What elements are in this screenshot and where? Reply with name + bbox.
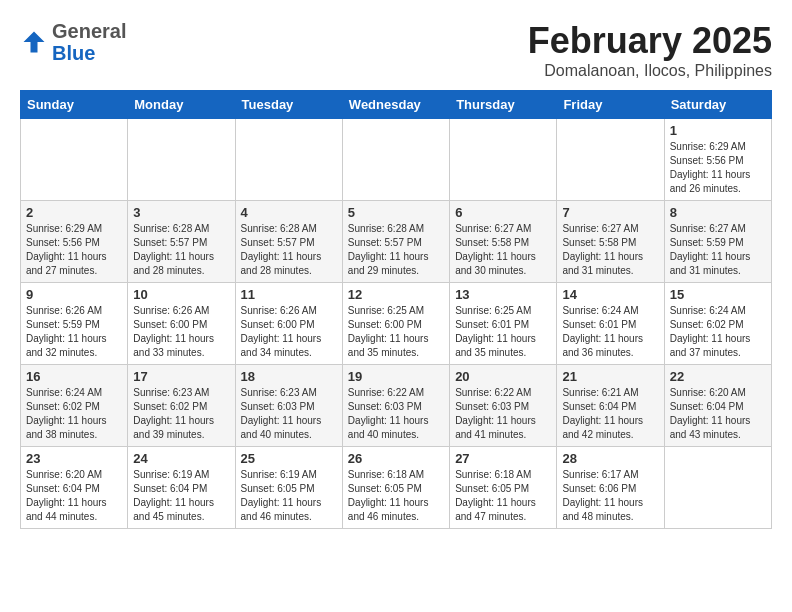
day-info: Sunrise: 6:27 AM Sunset: 5:59 PM Dayligh…: [670, 222, 766, 278]
calendar-cell: 27Sunrise: 6:18 AM Sunset: 6:05 PM Dayli…: [450, 447, 557, 529]
day-number: 4: [241, 205, 337, 220]
day-number: 27: [455, 451, 551, 466]
subtitle: Domalanoan, Ilocos, Philippines: [528, 62, 772, 80]
calendar-cell: 17Sunrise: 6:23 AM Sunset: 6:02 PM Dayli…: [128, 365, 235, 447]
calendar-cell: [664, 447, 771, 529]
day-number: 5: [348, 205, 444, 220]
day-number: 21: [562, 369, 658, 384]
day-info: Sunrise: 6:29 AM Sunset: 5:56 PM Dayligh…: [670, 140, 766, 196]
calendar-cell: [128, 119, 235, 201]
day-number: 11: [241, 287, 337, 302]
day-number: 28: [562, 451, 658, 466]
calendar-week-row: 23Sunrise: 6:20 AM Sunset: 6:04 PM Dayli…: [21, 447, 772, 529]
calendar-cell: 16Sunrise: 6:24 AM Sunset: 6:02 PM Dayli…: [21, 365, 128, 447]
day-info: Sunrise: 6:20 AM Sunset: 6:04 PM Dayligh…: [26, 468, 122, 524]
day-info: Sunrise: 6:23 AM Sunset: 6:03 PM Dayligh…: [241, 386, 337, 442]
day-info: Sunrise: 6:29 AM Sunset: 5:56 PM Dayligh…: [26, 222, 122, 278]
day-info: Sunrise: 6:28 AM Sunset: 5:57 PM Dayligh…: [133, 222, 229, 278]
calendar-cell: 10Sunrise: 6:26 AM Sunset: 6:00 PM Dayli…: [128, 283, 235, 365]
calendar-cell: 9Sunrise: 6:26 AM Sunset: 5:59 PM Daylig…: [21, 283, 128, 365]
header: General Blue February 2025 Domalanoan, I…: [20, 20, 772, 80]
calendar-cell: 20Sunrise: 6:22 AM Sunset: 6:03 PM Dayli…: [450, 365, 557, 447]
calendar-cell: 28Sunrise: 6:17 AM Sunset: 6:06 PM Dayli…: [557, 447, 664, 529]
day-info: Sunrise: 6:27 AM Sunset: 5:58 PM Dayligh…: [455, 222, 551, 278]
day-number: 19: [348, 369, 444, 384]
day-number: 8: [670, 205, 766, 220]
calendar-cell: 15Sunrise: 6:24 AM Sunset: 6:02 PM Dayli…: [664, 283, 771, 365]
weekday-header: Saturday: [664, 91, 771, 119]
calendar-cell: [557, 119, 664, 201]
day-number: 2: [26, 205, 122, 220]
calendar-cell: 18Sunrise: 6:23 AM Sunset: 6:03 PM Dayli…: [235, 365, 342, 447]
day-info: Sunrise: 6:26 AM Sunset: 6:00 PM Dayligh…: [133, 304, 229, 360]
day-info: Sunrise: 6:18 AM Sunset: 6:05 PM Dayligh…: [348, 468, 444, 524]
logo-blue-text: Blue: [52, 42, 95, 64]
day-info: Sunrise: 6:26 AM Sunset: 6:00 PM Dayligh…: [241, 304, 337, 360]
day-info: Sunrise: 6:20 AM Sunset: 6:04 PM Dayligh…: [670, 386, 766, 442]
weekday-header-row: SundayMondayTuesdayWednesdayThursdayFrid…: [21, 91, 772, 119]
calendar-cell: 23Sunrise: 6:20 AM Sunset: 6:04 PM Dayli…: [21, 447, 128, 529]
day-number: 7: [562, 205, 658, 220]
calendar-cell: 21Sunrise: 6:21 AM Sunset: 6:04 PM Dayli…: [557, 365, 664, 447]
calendar-cell: 11Sunrise: 6:26 AM Sunset: 6:00 PM Dayli…: [235, 283, 342, 365]
logo-general-text: General: [52, 20, 126, 42]
day-number: 17: [133, 369, 229, 384]
weekday-header: Wednesday: [342, 91, 449, 119]
calendar-week-row: 16Sunrise: 6:24 AM Sunset: 6:02 PM Dayli…: [21, 365, 772, 447]
calendar-cell: 7Sunrise: 6:27 AM Sunset: 5:58 PM Daylig…: [557, 201, 664, 283]
day-number: 16: [26, 369, 122, 384]
weekday-header: Monday: [128, 91, 235, 119]
day-info: Sunrise: 6:27 AM Sunset: 5:58 PM Dayligh…: [562, 222, 658, 278]
day-info: Sunrise: 6:21 AM Sunset: 6:04 PM Dayligh…: [562, 386, 658, 442]
day-number: 23: [26, 451, 122, 466]
calendar-cell: 2Sunrise: 6:29 AM Sunset: 5:56 PM Daylig…: [21, 201, 128, 283]
calendar-cell: 3Sunrise: 6:28 AM Sunset: 5:57 PM Daylig…: [128, 201, 235, 283]
calendar-cell: 22Sunrise: 6:20 AM Sunset: 6:04 PM Dayli…: [664, 365, 771, 447]
day-info: Sunrise: 6:18 AM Sunset: 6:05 PM Dayligh…: [455, 468, 551, 524]
day-number: 26: [348, 451, 444, 466]
day-number: 10: [133, 287, 229, 302]
day-number: 20: [455, 369, 551, 384]
calendar-cell: 4Sunrise: 6:28 AM Sunset: 5:57 PM Daylig…: [235, 201, 342, 283]
day-info: Sunrise: 6:17 AM Sunset: 6:06 PM Dayligh…: [562, 468, 658, 524]
day-info: Sunrise: 6:22 AM Sunset: 6:03 PM Dayligh…: [348, 386, 444, 442]
day-info: Sunrise: 6:26 AM Sunset: 5:59 PM Dayligh…: [26, 304, 122, 360]
calendar-table: SundayMondayTuesdayWednesdayThursdayFrid…: [20, 90, 772, 529]
day-info: Sunrise: 6:19 AM Sunset: 6:04 PM Dayligh…: [133, 468, 229, 524]
day-number: 22: [670, 369, 766, 384]
logo-text: General Blue: [52, 20, 126, 64]
calendar-cell: 1Sunrise: 6:29 AM Sunset: 5:56 PM Daylig…: [664, 119, 771, 201]
calendar-week-row: 9Sunrise: 6:26 AM Sunset: 5:59 PM Daylig…: [21, 283, 772, 365]
day-number: 18: [241, 369, 337, 384]
weekday-header: Friday: [557, 91, 664, 119]
weekday-header: Thursday: [450, 91, 557, 119]
calendar-week-row: 2Sunrise: 6:29 AM Sunset: 5:56 PM Daylig…: [21, 201, 772, 283]
svg-marker-0: [24, 32, 45, 53]
day-number: 24: [133, 451, 229, 466]
calendar-cell: 25Sunrise: 6:19 AM Sunset: 6:05 PM Dayli…: [235, 447, 342, 529]
day-info: Sunrise: 6:24 AM Sunset: 6:01 PM Dayligh…: [562, 304, 658, 360]
calendar-cell: [342, 119, 449, 201]
calendar-cell: 6Sunrise: 6:27 AM Sunset: 5:58 PM Daylig…: [450, 201, 557, 283]
day-number: 1: [670, 123, 766, 138]
calendar-cell: 12Sunrise: 6:25 AM Sunset: 6:00 PM Dayli…: [342, 283, 449, 365]
calendar-cell: [450, 119, 557, 201]
weekday-header: Sunday: [21, 91, 128, 119]
calendar-cell: [235, 119, 342, 201]
weekday-header: Tuesday: [235, 91, 342, 119]
day-number: 9: [26, 287, 122, 302]
day-info: Sunrise: 6:25 AM Sunset: 6:01 PM Dayligh…: [455, 304, 551, 360]
day-info: Sunrise: 6:24 AM Sunset: 6:02 PM Dayligh…: [26, 386, 122, 442]
day-info: Sunrise: 6:22 AM Sunset: 6:03 PM Dayligh…: [455, 386, 551, 442]
day-info: Sunrise: 6:23 AM Sunset: 6:02 PM Dayligh…: [133, 386, 229, 442]
logo: General Blue: [20, 20, 126, 64]
day-number: 12: [348, 287, 444, 302]
calendar-week-row: 1Sunrise: 6:29 AM Sunset: 5:56 PM Daylig…: [21, 119, 772, 201]
logo-icon: [20, 28, 48, 56]
calendar-cell: 13Sunrise: 6:25 AM Sunset: 6:01 PM Dayli…: [450, 283, 557, 365]
calendar-cell: 19Sunrise: 6:22 AM Sunset: 6:03 PM Dayli…: [342, 365, 449, 447]
day-number: 15: [670, 287, 766, 302]
main-title: February 2025: [528, 20, 772, 62]
title-area: February 2025 Domalanoan, Ilocos, Philip…: [528, 20, 772, 80]
calendar-cell: 8Sunrise: 6:27 AM Sunset: 5:59 PM Daylig…: [664, 201, 771, 283]
